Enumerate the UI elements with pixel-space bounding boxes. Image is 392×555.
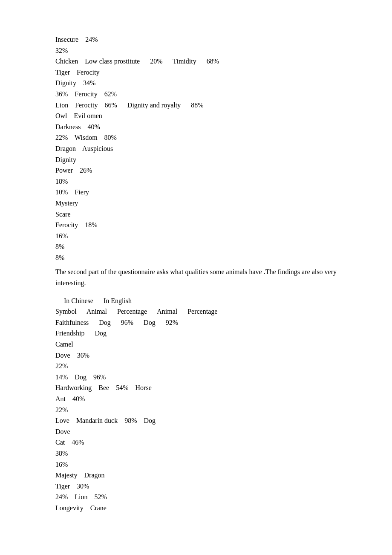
line-1: Insecure 24% [55, 34, 337, 45]
line-5: Dignity 34% [55, 78, 337, 89]
line-15: 10% Fiery [55, 187, 337, 198]
table-row-5: 14% Dog 96% [55, 372, 337, 383]
line-8: Owl Evil omen [55, 110, 337, 121]
line-13: Power 26% [55, 165, 337, 176]
line-16: Mystery [55, 198, 337, 209]
table-row-13: 16% [55, 459, 337, 470]
table-row-14: Majesty Dragon [55, 470, 337, 481]
table-row-2: Camel [55, 339, 337, 350]
line-19: 16% [55, 231, 337, 242]
main-content: Insecure 24% 32% Chicken Low class prost… [55, 34, 337, 514]
line-14: 18% [55, 176, 337, 187]
paragraph-text: The second part of the questionnaire ask… [55, 266, 337, 288]
table-row-6: Hardworking Bee 54% Horse [55, 382, 337, 393]
table-row-1: Friendship Dog [55, 328, 337, 339]
table-section: In Chinese In English Symbol Animal Perc… [55, 295, 337, 514]
line-7: Lion Ferocity 66% Dignity and royalty 88… [55, 100, 337, 111]
line-11: Dragon Auspicious [55, 143, 337, 154]
line-21: 8% [55, 252, 337, 263]
line-10: 22% Wisdom 80% [55, 132, 337, 143]
line-17: Scare [55, 209, 337, 220]
line-4: Tiger Ferocity [55, 67, 337, 78]
table-header-row2: Symbol Animal Percentage Animal Percenta… [55, 306, 337, 317]
table-row-3: Dove 36% [55, 350, 337, 361]
line-2: 32% [55, 45, 337, 56]
top-lines-section: Insecure 24% 32% Chicken Low class prost… [55, 34, 337, 263]
line-9: Darkness 40% [55, 121, 337, 133]
line-20: 8% [55, 241, 337, 252]
table-row-15: Tiger 30% [55, 481, 337, 492]
table-row-4: 22% [55, 361, 337, 372]
line-3: Chicken Low class prostitute 20% Timidit… [55, 56, 337, 67]
line-18: Ferocity 18% [55, 220, 337, 231]
table-row-9: Love Mandarin duck 98% Dog [55, 415, 337, 426]
table-header-row1: In Chinese In English [55, 295, 337, 306]
table-row-7: Ant 40% [55, 393, 337, 405]
table-row-0: Faithfulness Dog 96% Dog 92% [55, 317, 337, 328]
line-12: Dignity [55, 154, 337, 165]
table-row-16: 24% Lion 52% [55, 491, 337, 503]
table-row-8: 22% [55, 405, 337, 416]
table-row-17: Longevity Crane [55, 503, 337, 514]
table-row-10: Dove [55, 426, 337, 437]
table-row-12: 38% [55, 448, 337, 459]
line-6: 36% Ferocity 62% [55, 89, 337, 100]
table-row-11: Cat 46% [55, 437, 337, 448]
